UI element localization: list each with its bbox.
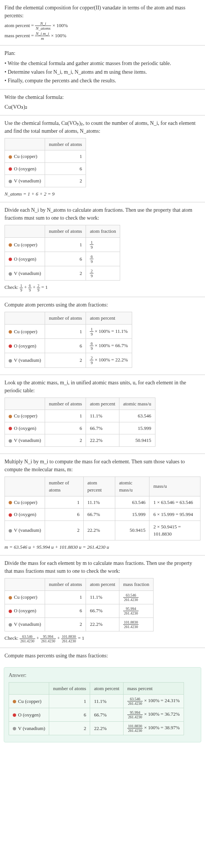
table-row: Cu (copper) 1 19 × 100% = 11.1% (5, 324, 132, 338)
table-row: Cu (copper) 1 11.1% 63.546 1 × 63.546 = … (5, 496, 200, 508)
fraction-cell: 63.546261.4230 (119, 590, 153, 604)
table-header-row: number of atoms atom percent mass fracti… (5, 578, 154, 591)
element-dot-icon (9, 167, 12, 171)
percent-cell: 29 × 100% = 22.2% (86, 353, 132, 367)
plan-item: Determine values for N_i, m_i, N_atoms a… (5, 68, 200, 76)
plan-item: Finally, compute the percents and check … (5, 77, 200, 85)
table-row: V (vanadium) 2 29 (5, 266, 120, 281)
table-header-row: number of atoms atom percent (5, 312, 132, 325)
element-cell: O (oxygen) (5, 252, 45, 266)
atomic-mass-table: number of atoms atom percent atomic mass… (5, 398, 155, 447)
atom-fractions-table: number of atoms atom fraction Cu (copper… (5, 225, 120, 281)
answer-label: Answer: (9, 671, 196, 679)
mass-fractions-table: number of atoms atom percent mass fracti… (5, 578, 154, 631)
mass-fractions-text: Divide the mass for each element by m to… (5, 559, 200, 575)
table-row: V (vanadium) 2 22.2% 101.8830261.4230 (5, 618, 154, 631)
element-dot-icon (9, 272, 12, 276)
element-dot-icon (9, 180, 12, 183)
table-row: V (vanadium) 2 29 × 100% = 22.2% (5, 353, 132, 367)
table-row: O (oxygen) 6 66.7% 15.999 (5, 422, 155, 434)
element-dot-icon (9, 513, 12, 517)
chemical-formula: Cu(VO₃)₂ (5, 103, 200, 111)
intro-section: Find the elemental composition for coppe… (0, 0, 205, 45)
element-cell: V (vanadium) (5, 266, 45, 281)
atomic-mass-section: Look up the atomic mass, m_i, in unified… (0, 375, 205, 454)
mass-percent-label: mass percent = (5, 33, 35, 38)
table-header-row: number of atoms atom percent mass percen… (9, 682, 184, 695)
table-row: V (vanadium) 2 (5, 175, 86, 187)
element-dot-icon (13, 700, 16, 703)
element-dot-icon (9, 596, 12, 599)
fraction-icon: N_i N_atoms (35, 21, 51, 30)
element-dot-icon (9, 415, 12, 418)
element-dot-icon (9, 610, 12, 613)
table-row: V (vanadium) 2 22.2% 50.9415 (5, 434, 155, 447)
element-dot-icon (9, 439, 12, 443)
fraction-cell: 19 (86, 237, 120, 252)
mass-percent-cell: 63.546261.4230 × 100% = 24.31% (123, 695, 184, 708)
header-atom-percent: atom percent (86, 312, 132, 325)
write-formula-title: Write the chemical formula: (5, 93, 200, 101)
table-header-row: number of atoms atom percent atomic mass… (5, 398, 155, 410)
mass-percents-section: Compute mass percents using the mass fra… (0, 648, 205, 663)
element-cell: Cu (copper) (5, 237, 45, 252)
table-row: O (oxygen) 6 66.7% 15.999 6 × 15.999 = 9… (5, 508, 200, 521)
mass-percents-intro: Compute mass percents using the mass fra… (5, 652, 200, 660)
num-atoms-cell: 2 (45, 175, 86, 187)
count-atoms-section: Use the chemical formula, Cu(VO₃)₂, to c… (0, 115, 205, 202)
natoms-sum: N_atoms = 1 + 6 + 2 = 9 (5, 190, 200, 198)
multiply-section: Multiply N_i by m_i to compute the mass … (0, 454, 205, 555)
header-num-atoms: number of atoms (45, 225, 86, 238)
fraction-cell: 95.994261.4230 (119, 604, 153, 618)
mass-fraction-check: Check: 63.546261.4230 + 95.994261.4230 +… (5, 634, 200, 643)
multiply-text: Multiply N_i by m_i to compute the mass … (5, 458, 200, 473)
atom-fraction-check: Check: 19 + 69 + 29 = 1 (5, 284, 200, 292)
table-row: Cu (copper) 1 (5, 150, 86, 163)
table-row: O (oxygen) 6 (5, 162, 86, 175)
atom-percent-label: atom percent = (5, 23, 35, 28)
atom-fractions-section: Divide each N_i by N_atoms to calculate … (0, 202, 205, 297)
count-atoms-text: Use the chemical formula, Cu(VO₃)₂, to c… (5, 119, 200, 135)
table-row: O (oxygen) 6 69 (5, 252, 120, 266)
percent-cell: 69 × 100% = 66.7% (86, 339, 132, 353)
atom-fractions-text: Divide each N_i by N_atoms to calculate … (5, 206, 200, 222)
element-dot-icon (9, 258, 12, 261)
answer-box: Answer: number of atoms atom percent mas… (4, 667, 201, 743)
fraction-cell: 69 (86, 252, 120, 266)
table-header-row: number of atoms atom fraction (5, 225, 120, 238)
header-blank (5, 138, 45, 150)
header-num-atoms: number of atoms (45, 138, 86, 150)
mass-percent-cell: 101.8830261.4230 × 100% = 38.97% (123, 722, 184, 735)
mass-fractions-section: Divide the mass for each element by m to… (0, 555, 205, 648)
element-dot-icon (9, 501, 12, 504)
plan-item: Write the chemical formula and gather at… (5, 59, 200, 67)
element-cell: O (oxygen) (5, 162, 45, 175)
table-row: Cu (copper) 1 11.1% 63.546261.4230 (5, 590, 154, 604)
fraction-icon: N_i m_i m (35, 31, 50, 41)
num-atoms-cell: 1 (45, 150, 86, 163)
element-cell: V (vanadium) (5, 175, 45, 187)
atom-percents-section: Compute atom percents using the atom fra… (0, 297, 205, 374)
table-row: Cu (copper) 1 11.1% 63.546 (5, 410, 155, 422)
element-dot-icon (9, 330, 12, 334)
table-row: Cu (copper) 1 11.1% 63.546261.4230 × 100… (9, 695, 184, 708)
fraction-cell: 29 (86, 266, 120, 281)
mass-percent-cell: 95.994261.4230 × 100% = 36.72% (123, 708, 184, 722)
answer-table: number of atoms atom percent mass percen… (9, 682, 184, 736)
table-row: Cu (copper) 1 19 (5, 237, 120, 252)
element-dot-icon (9, 359, 12, 363)
header-num-atoms: number of atoms (45, 312, 86, 325)
element-dot-icon (9, 427, 12, 430)
atom-percents-text: Compute atom percents using the atom fra… (5, 301, 200, 309)
count-atoms-table: number of atoms Cu (copper) 1 O (oxygen)… (5, 138, 86, 187)
atom-percents-table: number of atoms atom percent Cu (copper)… (5, 312, 132, 367)
plan-section: Plan: Write the chemical formula and gat… (0, 45, 205, 89)
fraction-cell: 101.8830261.4230 (119, 618, 153, 631)
element-dot-icon (13, 713, 16, 717)
write-formula-section: Write the chemical formula: Cu(VO₃)₂ (0, 89, 205, 115)
percent-cell: 19 × 100% = 11.1% (86, 324, 132, 338)
element-dot-icon (9, 623, 12, 627)
num-atoms-cell: 6 (45, 162, 86, 175)
table-header-row: number of atoms atom percent atomic mass… (5, 476, 200, 496)
element-dot-icon (13, 727, 16, 730)
